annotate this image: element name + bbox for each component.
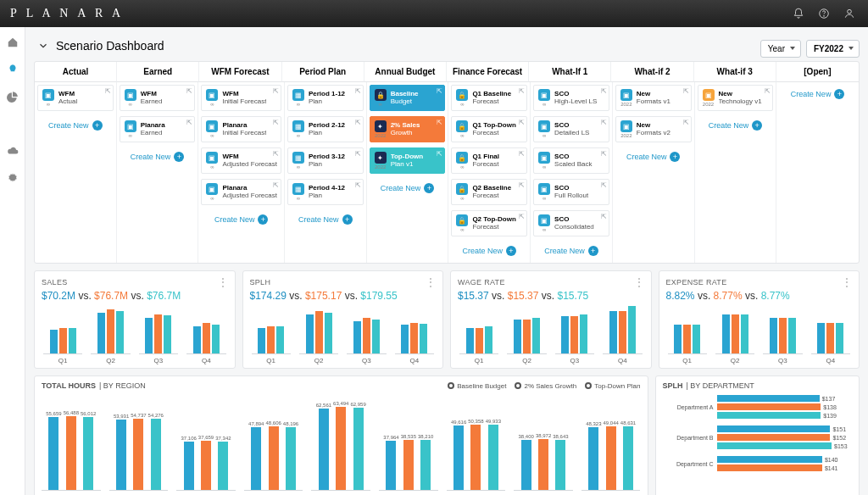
popout-icon[interactable]: ⇱ (355, 119, 361, 126)
piechart-icon[interactable] (6, 90, 19, 103)
create-new-button[interactable]: Create New+ (695, 114, 776, 137)
scenario-card[interactable]: ▣∞SCOScaled Back⇱ (533, 147, 609, 174)
dashboard-title-toggle[interactable]: Scenario Dashboard (34, 36, 164, 61)
create-new-button[interactable]: Create New+ (776, 82, 859, 106)
popout-icon[interactable]: ⇱ (519, 87, 525, 95)
scenario-card[interactable]: ▣∞PlanaraEarned⇱ (120, 116, 196, 142)
gear-icon[interactable] (6, 171, 19, 185)
scenario-card[interactable]: 🔒∞Q1 FinalForecast⇱ (451, 147, 527, 174)
kebab-menu-icon[interactable]: ⋮ (842, 276, 852, 288)
card-type-icon: 🔒 (456, 152, 468, 164)
bar (420, 324, 427, 353)
popout-icon[interactable]: ⇱ (601, 213, 607, 220)
scenario-card[interactable]: ▣∞WFMEarned⇱ (120, 85, 196, 111)
scenario-card[interactable]: ▣∞SCODetailed LS⇱ (533, 116, 609, 142)
popout-icon[interactable]: ⇱ (683, 119, 689, 126)
kebab-menu-icon[interactable]: ⋮ (634, 276, 644, 288)
bar (717, 464, 822, 471)
user-icon[interactable] (841, 5, 858, 22)
scenario-card[interactable]: ▣∞PlanaraAdjusted Forecast⇱ (201, 179, 281, 205)
create-new-button[interactable]: Create New+ (367, 176, 448, 200)
scenario-card[interactable]: ▣∞WFMActual⇱ (37, 85, 114, 111)
popout-icon[interactable]: ⇱ (273, 181, 279, 189)
bell-icon[interactable] (790, 5, 807, 22)
create-new-button[interactable]: Create New+ (117, 145, 198, 169)
fy-select[interactable]: FY2022 (806, 40, 860, 58)
bar (555, 440, 565, 490)
popout-icon[interactable]: ⇱ (273, 87, 279, 95)
scenario-card[interactable]: ▣∞SCOFull Rollout⇱ (533, 179, 609, 205)
popout-icon[interactable]: ⇱ (519, 213, 525, 220)
popout-icon[interactable]: ⇱ (186, 87, 192, 95)
total-hours-panel: TOTAL HOURS | BY REGION Baseline Budget2… (34, 375, 648, 495)
splh-dept-panel: SPLH | BY DEPARTMENT Department A$137$13… (655, 375, 860, 495)
popout-icon[interactable]: ⇱ (355, 181, 361, 189)
kebab-menu-icon[interactable]: ⋮ (426, 276, 436, 288)
scenario-card[interactable]: ✦2022Top-DownPlan v1⇱ (370, 147, 446, 174)
bulb-icon[interactable] (6, 63, 19, 76)
bar (325, 313, 332, 353)
card-type-icon: ▦ (292, 152, 304, 164)
create-new-button[interactable]: Create New+ (448, 239, 530, 263)
scenario-card[interactable]: ▣2022NewTechnology v1⇱ (698, 85, 774, 111)
scenario-card[interactable]: ▣∞SCOHigh-Level LS⇱ (533, 85, 609, 111)
popout-icon[interactable]: ⇱ (601, 119, 607, 126)
scenario-card[interactable]: ▦∞Period 1-12Plan⇱ (287, 85, 364, 111)
card-type-icon: ▣ (620, 120, 632, 132)
legend-swatch (585, 382, 592, 389)
total-hours-subtitle: | BY REGION (99, 381, 146, 390)
create-new-button[interactable]: Create New+ (531, 239, 612, 263)
popout-icon[interactable]: ⇱ (601, 87, 607, 95)
popout-icon[interactable]: ⇱ (186, 119, 192, 126)
scenario-card[interactable]: 🔒∞BaselineBudget⇱ (370, 85, 446, 111)
popout-icon[interactable]: ⇱ (519, 150, 525, 158)
card-type-icon: 🔒 (456, 89, 468, 101)
create-new-button[interactable]: Create New+ (198, 208, 283, 231)
popout-icon[interactable]: ⇱ (273, 119, 279, 126)
list-icon[interactable] (6, 117, 19, 131)
bar (420, 440, 431, 490)
popout-icon[interactable]: ⇱ (437, 150, 442, 158)
help-icon[interactable] (815, 5, 832, 22)
scenario-card[interactable]: 🔒∞Q1 Top-DownForecast⇱ (451, 116, 527, 142)
scenario-card[interactable]: 🔒∞Q2 Top-DownForecast⇱ (451, 210, 527, 236)
bar (315, 311, 323, 353)
scenario-card[interactable]: ▣∞WFMAdjusted Forecast⇱ (201, 147, 281, 174)
popout-icon[interactable]: ⇱ (683, 87, 689, 95)
cloud-icon[interactable] (6, 144, 19, 158)
scenario-card[interactable]: ▦∞Period 3-12Plan⇱ (287, 147, 364, 174)
region-group: 38,40038,97238,643Region 8 (514, 399, 573, 495)
card-type-icon: ▣ (206, 183, 218, 195)
metric-values: 8.82% vs. 8.77% vs. 8.77% (666, 290, 853, 302)
create-new-button[interactable]: Create New+ (35, 114, 116, 137)
create-new-button[interactable]: Create New+ (285, 208, 366, 231)
scenario-card[interactable]: ▣∞PlanaraInitial Forecast⇱ (201, 116, 281, 142)
year-select[interactable]: Year (760, 40, 801, 58)
regions-chart: 55,65956,48856,012Region 153,93154,73754… (42, 393, 641, 495)
scenario-card[interactable]: ✦20222% SalesGrowth⇱ (370, 116, 446, 142)
scenario-card[interactable]: ▣2022NewFormats v1⇱ (615, 85, 692, 111)
popout-icon[interactable]: ⇱ (437, 119, 442, 126)
popout-icon[interactable]: ⇱ (437, 87, 442, 95)
kebab-menu-icon[interactable]: ⋮ (218, 276, 228, 288)
popout-icon[interactable]: ⇱ (601, 181, 607, 189)
popout-icon[interactable]: ⇱ (765, 87, 771, 95)
scenario-card[interactable]: ▣∞WFMInitial Forecast⇱ (201, 85, 281, 111)
scenario-card[interactable]: ▦∞Period 2-12Plan⇱ (287, 116, 364, 142)
create-new-button[interactable]: Create New+ (613, 145, 694, 169)
popout-icon[interactable]: ⇱ (601, 150, 607, 158)
popout-icon[interactable]: ⇱ (105, 87, 111, 95)
scenario-card[interactable]: ▣∞SCOConsolidated⇱ (533, 210, 609, 236)
scenario-card[interactable]: ▦∞Period 4-12Plan⇱ (287, 179, 364, 205)
popout-icon[interactable]: ⇱ (355, 150, 361, 158)
bar (717, 442, 832, 449)
scenario-card[interactable]: 🔒∞Q1 BaselineForecast⇱ (451, 85, 527, 111)
popout-icon[interactable]: ⇱ (519, 181, 525, 189)
popout-icon[interactable]: ⇱ (273, 150, 279, 158)
scenario-card[interactable]: ▣2022NewFormats v2⇱ (615, 116, 692, 142)
scenario-card[interactable]: 🔒∞Q2 BaselineForecast⇱ (451, 179, 527, 205)
popout-icon[interactable]: ⇱ (519, 119, 525, 126)
home-icon[interactable] (6, 36, 19, 49)
popout-icon[interactable]: ⇱ (355, 87, 361, 95)
bar (410, 323, 418, 353)
